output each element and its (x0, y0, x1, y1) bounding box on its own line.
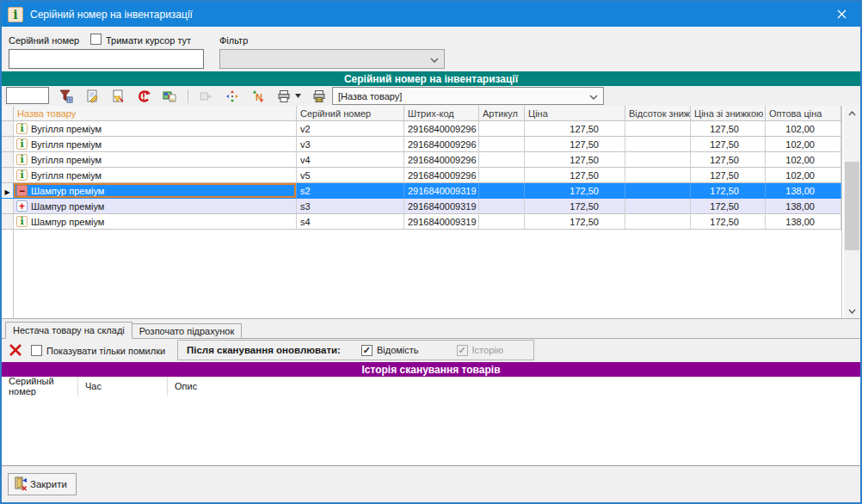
scroll-up-icon[interactable] (844, 106, 860, 120)
info-icon (16, 138, 28, 150)
options-row: Показувати тільки помилки Після скануван… (2, 339, 860, 362)
history-list (2, 396, 860, 465)
keep-cursor-checkbox[interactable] (90, 34, 102, 45)
update-sheet-label: Відомість (377, 345, 419, 355)
close-button[interactable]: Закрити (8, 473, 77, 495)
plus-icon (16, 200, 28, 212)
footer-bar: Закрити (2, 465, 860, 502)
grid-empty-area (2, 230, 841, 318)
group-by-combobox-value: [Назва товару] (338, 91, 402, 101)
info-icon (16, 154, 28, 165)
update-history-checkbox[interactable] (457, 345, 468, 356)
after-scan-label: Після сканування оновлювати: (187, 345, 341, 355)
filter-label: Фільтр (219, 35, 248, 46)
section-header-serials: Серійний номер на інвентаризації (2, 71, 860, 86)
delete-icon[interactable] (9, 343, 22, 357)
table-row[interactable]: Вугілля преміум v5 2916840009296 127,50 … (2, 168, 841, 183)
show-errors-label: Показувати тільки помилки (46, 346, 165, 356)
column-header-price[interactable]: Ціна (525, 106, 625, 121)
update-history-label: Історію (472, 345, 503, 355)
tab-shortage[interactable]: Нестача товару на складі (5, 322, 132, 339)
current-row-arrow-icon (4, 186, 9, 196)
column-header-serial[interactable]: Серійний номер (297, 106, 404, 121)
info-icon (16, 123, 28, 134)
vertical-scrollbar[interactable] (844, 106, 860, 318)
grid-header-selector (2, 106, 14, 121)
image-icon[interactable] (162, 89, 177, 104)
close-button-label: Закрити (30, 479, 67, 489)
title-bar: Серійний номер на інвентаризації (2, 2, 860, 27)
column-header-name[interactable]: Назва товару (14, 106, 297, 121)
clear-filter-icon[interactable] (110, 89, 126, 104)
update-sheet-checkbox[interactable] (361, 345, 373, 356)
svg-text:N: N (256, 92, 262, 102)
close-icon[interactable] (822, 2, 860, 27)
after-scan-groupbox: Після сканування оновлювати: Відомість І… (177, 340, 534, 360)
toolbar: N [Назва товару] (2, 86, 860, 106)
history-column-serial[interactable]: Серийный номер (2, 377, 77, 396)
column-header-discount-price[interactable]: Ціна зі знижкою (691, 106, 766, 121)
history-column-time[interactable]: Час (77, 377, 167, 396)
window-title: Серійний номер на інвентаризації (30, 9, 193, 21)
filter-combobox[interactable] (219, 49, 445, 69)
toolbar-separator (188, 89, 188, 103)
scrollbar-thumb[interactable] (845, 162, 859, 250)
table-row[interactable]: Вугілля преміум v2 2916840009296 127,50 … (2, 121, 841, 137)
keep-cursor-label: Тримати курсор тут (106, 35, 191, 46)
serials-grid: Назва товару Серійний номер Штрих-код Ар… (2, 106, 860, 319)
column-header-article[interactable]: Артикул (479, 106, 525, 121)
door-exit-icon (13, 476, 28, 493)
dialog-window: Серійний номер на інвентаризації Серійни… (0, 0, 862, 504)
column-header-barcode[interactable]: Штрих-код (404, 106, 479, 121)
move-items-icon[interactable] (225, 89, 240, 104)
chevron-down-icon (589, 91, 598, 101)
top-panel: Серійний номер Тримати курсор тут Фільтр (2, 27, 860, 71)
quick-search-input[interactable] (6, 87, 49, 104)
table-row[interactable]: Шампур преміум s3 2916840009319 172,50 1… (2, 199, 841, 214)
scroll-down-icon[interactable] (844, 304, 860, 318)
filter-icon[interactable] (58, 89, 74, 104)
table-row[interactable]: Шампур преміум s4 2916840009319 172,50 1… (2, 214, 841, 230)
info-icon (16, 216, 28, 227)
bottom-tabs: Нестача товару на складі Розпочато підра… (2, 322, 860, 339)
group-by-combobox[interactable]: [Назва товару] (332, 87, 604, 105)
tab-count-started[interactable]: Розпочато підрахунок (132, 323, 242, 338)
print-icon[interactable] (276, 89, 292, 104)
table-row-selected[interactable]: Шампур преміум s2 2916840009319 172,50 1… (2, 183, 841, 199)
chevron-down-icon (430, 54, 439, 65)
column-header-discount[interactable]: Відсоток знижки (625, 106, 691, 121)
export-icon[interactable] (199, 89, 214, 104)
refresh-icon[interactable] (136, 89, 151, 104)
print-dropdown-icon[interactable] (295, 94, 301, 98)
renumber-icon[interactable]: N (250, 89, 266, 104)
column-header-wholesale[interactable]: Оптова ціна (766, 106, 841, 121)
serial-number-label: Серійний номер (9, 35, 79, 46)
serial-number-input[interactable] (9, 49, 204, 69)
table-row[interactable]: Вугілля преміум v3 2916840009296 127,50 … (2, 137, 841, 152)
history-header-row: Серийный номер Час Опис (2, 377, 860, 396)
edit-document-icon[interactable] (84, 89, 100, 104)
scrollbar-track[interactable] (844, 120, 860, 304)
show-errors-checkbox[interactable] (31, 345, 42, 356)
info-icon (16, 169, 28, 181)
minus-icon (16, 185, 28, 196)
print-barcode-icon[interactable] (311, 89, 327, 104)
app-info-icon (8, 7, 23, 22)
grid-header-row: Назва товару Серійний номер Штрих-код Ар… (2, 106, 841, 121)
section-header-history: Історія сканування товарів (2, 362, 860, 377)
history-column-description[interactable]: Опис (167, 377, 860, 396)
table-row[interactable]: Вугілля преміум v4 2916840009296 127,50 … (2, 152, 841, 168)
